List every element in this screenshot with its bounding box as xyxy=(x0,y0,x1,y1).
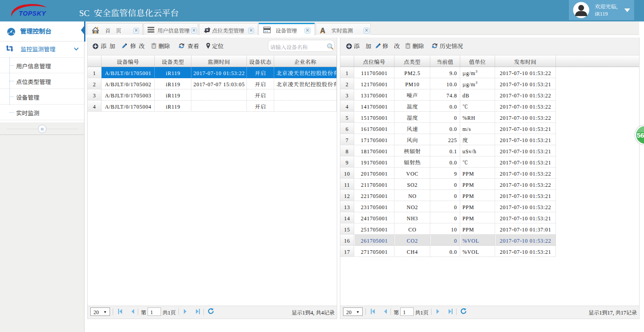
svg-text:TOPSKY: TOPSKY xyxy=(19,10,47,17)
svg-text:56: 56 xyxy=(637,131,644,139)
